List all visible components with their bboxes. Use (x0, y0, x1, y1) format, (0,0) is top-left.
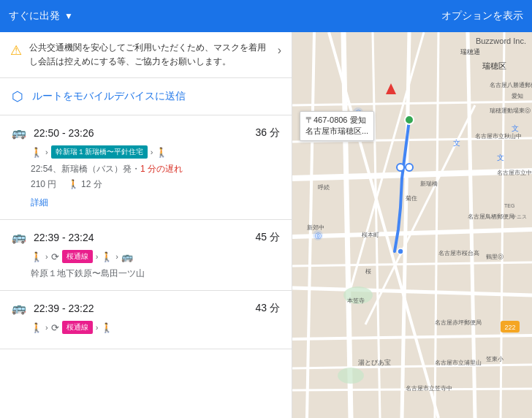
svg-text:呼続: 呼続 (318, 184, 330, 191)
svg-text:テニス: テニス (512, 214, 527, 219)
svg-text:名古屋市立笠寺中: 名古屋市立笠寺中 (406, 385, 452, 392)
main-content: ⚠ 公共交通機関を安心してご利用いただくため、マスクを着用し会話は控えめにする等… (0, 32, 532, 418)
buzzword-watermark: Buzzword Inc. (476, 37, 526, 45)
svg-text:TEG: TEG (504, 203, 514, 208)
detail-anchor[interactable]: 詳細 (31, 197, 48, 208)
svg-point-20 (405, 115, 414, 124)
svg-point-21 (397, 164, 404, 171)
left-panel: ⚠ 公共交通機関を安心してご利用いただくため、マスクを着用し会話は控えめにする等… (0, 32, 292, 418)
route-1-delay: 1 分の遅れ (140, 164, 183, 174)
walk-icon-1a: 🚶 (31, 147, 42, 158)
route-item-2[interactable]: 🚌 22:39 - 23:24 45 分 🚶 › ⟳ 桜通線 › 🚶 › 🚌 幹… (0, 220, 292, 291)
warning-text: 公共交通機関を安心してご利用いただくため、マスクを着用し会話は控えめにする等、ご… (29, 41, 270, 69)
svg-text:愛知: 愛知 (512, 93, 523, 99)
route-2-sub-info: 幹原１地下鉄原〜島田一ツ山 (31, 267, 280, 280)
route-1-fare-info: 210 円 🚶 12 分 (31, 178, 280, 191)
route-item-3[interactable]: 🚌 22:39 - 23:22 43 分 🚶 › ⟳ 桜通線 › 🚶 (0, 291, 292, 349)
walk-icon-3a: 🚶 (31, 322, 42, 333)
walk-icon-2a: 🚶 (31, 251, 42, 262)
svg-text:名古屋市立浦里山: 名古屋市立浦里山 (435, 360, 482, 366)
route-2-duration: 45 分 (256, 231, 280, 244)
arrow-2a: › (45, 252, 48, 261)
svg-text:新郊中: 新郊中 (307, 224, 324, 231)
map-tooltip: 〒467-0806 愛知 名古屋市瑞穂区... (300, 111, 374, 141)
arrow-2c: › (115, 252, 118, 261)
arrow-1b: › (151, 148, 153, 156)
svg-text:名古屋市立中根: 名古屋市立中根 (497, 170, 532, 176)
send-mobile-label: ルートをモバイルデバイスに送信 (32, 90, 186, 103)
arrow-1a: › (45, 148, 48, 156)
svg-text:名古屋市桜台高: 名古屋市桜台高 (438, 250, 479, 256)
svg-text:文: 文 (497, 153, 504, 162)
svg-text:本笠寺: 本笠寺 (347, 297, 365, 304)
transit-icon-1: 🚌 (12, 126, 26, 140)
route-1-detail-link[interactable]: 詳細 (31, 195, 280, 209)
svg-point-24 (398, 248, 403, 254)
svg-text:瑞穂通: 瑞穂通 (460, 48, 480, 56)
svg-text:瑞穂運動場東⓪: 瑞穂運動場東⓪ (490, 107, 531, 114)
transit-icon-3: 🚌 (12, 301, 26, 315)
svg-point-26 (338, 368, 364, 384)
svg-text:菊住: 菊住 (406, 195, 417, 202)
route-2-times: 22:39 - 23:24 (34, 232, 94, 243)
svg-text:222: 222 (504, 324, 515, 331)
route-1-fare: 210 円 (31, 179, 56, 189)
route-3-duration: 43 分 (256, 302, 280, 315)
depart-label: すぐに出発 (9, 10, 60, 23)
depart-selector[interactable]: すぐに出発 ▼ (9, 10, 73, 23)
svg-text:⓪: ⓪ (315, 232, 322, 240)
tooltip-line1: 〒467-0806 愛知 (305, 115, 368, 126)
bus-icon-2: 🚌 (121, 251, 133, 262)
sakura-line-badge-3: 桜通線 (62, 321, 93, 334)
bus-badge-1: 幹新瑞１新瑞橋〜平針住宅 (51, 145, 148, 159)
route-3-steps: 🚶 › ⟳ 桜通線 › 🚶 (31, 321, 280, 334)
svg-text:湯とびあ宝: 湯とびあ宝 (358, 359, 391, 366)
arrow-3b: › (96, 323, 99, 332)
warning-chevron-icon: › (278, 44, 281, 57)
arrow-3a: › (45, 323, 48, 332)
svg-text:鶴里⓪: 鶴里⓪ (486, 254, 503, 260)
route-3-times: 22:39 - 23:22 (34, 303, 94, 314)
route-2-steps: 🚶 › ⟳ 桜通線 › 🚶 › 🚌 (31, 250, 280, 263)
svg-text:名古屋市立秋山中: 名古屋市立秋山中 (475, 133, 522, 140)
map-svg: 222 瑞穂通 瑞穂区 名古屋八勝通郵便局 瑞穂運動場東⓪ 愛知 名古屋市立秋山… (292, 32, 532, 418)
subway-icon-2: ⟳ (51, 251, 59, 262)
route-1-walk: 🚶 12 分 (59, 179, 102, 189)
walk-icon-2b: 🚶 (101, 251, 113, 262)
svg-text:名古屋八勝通郵便局: 名古屋八勝通郵便局 (490, 82, 532, 88)
route-3-header: 🚌 22:39 - 23:22 43 分 (12, 301, 280, 315)
walk-icon-3b: 🚶 (101, 322, 113, 333)
svg-text:笠東小: 笠東小 (486, 356, 503, 362)
tooltip-line2: 名古屋市瑞穂区... (305, 126, 368, 137)
walk-icon-1b: 🚶 (156, 147, 167, 158)
route-1-header: 🚌 22:50 - 23:26 36 分 (12, 126, 280, 140)
map-panel[interactable]: Buzzword Inc. (292, 32, 532, 418)
svg-text:文: 文 (512, 124, 519, 132)
svg-point-22 (406, 164, 413, 171)
options-button[interactable]: オプションを表示 (441, 10, 523, 23)
arrow-2b: › (96, 252, 99, 261)
route-1-duration: 36 分 (256, 126, 280, 140)
send-mobile-button[interactable]: ⬡ ルートをモバイルデバイスに送信 (0, 78, 292, 115)
sakura-line-badge-2: 桜通線 (62, 250, 93, 263)
svg-text:名古屋赤坪郵便局: 名古屋赤坪郵便局 (435, 319, 482, 326)
route-item-1[interactable]: 🚌 22:50 - 23:26 36 分 🚶 › 幹新瑞１新瑞橋〜平針住宅 › … (0, 115, 292, 220)
route-1-departure: 22:54、新瑞橋（バス）発・ (31, 164, 140, 174)
subway-icon-3: ⟳ (51, 322, 59, 333)
dropdown-arrow-icon: ▼ (64, 11, 73, 21)
transit-icon-2: 🚌 (12, 230, 26, 244)
svg-text:桜本町: 桜本町 (362, 232, 379, 238)
route-2-header: 🚌 22:39 - 23:24 45 分 (12, 230, 280, 244)
svg-text:瑞穂区: 瑞穂区 (482, 61, 506, 70)
svg-text:新瑞橋: 新瑞橋 (420, 180, 438, 187)
top-bar: すぐに出発 ▼ オプションを表示 (0, 0, 532, 32)
route-1-steps: 🚶 › 幹新瑞１新瑞橋〜平針住宅 › 🚶 (31, 145, 280, 159)
svg-text:文: 文 (453, 139, 460, 147)
route-1-times: 22:50 - 23:26 (34, 127, 94, 139)
route-1-info: 22:54、新瑞橋（バス）発・1 分の遅れ (31, 163, 280, 175)
send-icon: ⬡ (12, 88, 23, 104)
svg-text:名古屋鳥栖郵便局: 名古屋鳥栖郵便局 (468, 213, 514, 220)
svg-text:桜: 桜 (365, 268, 371, 275)
warning-banner[interactable]: ⚠ 公共交通機関を安心してご利用いただくため、マスクを着用し会話は控えめにする等… (0, 32, 292, 78)
warning-icon: ⚠ (10, 42, 22, 58)
